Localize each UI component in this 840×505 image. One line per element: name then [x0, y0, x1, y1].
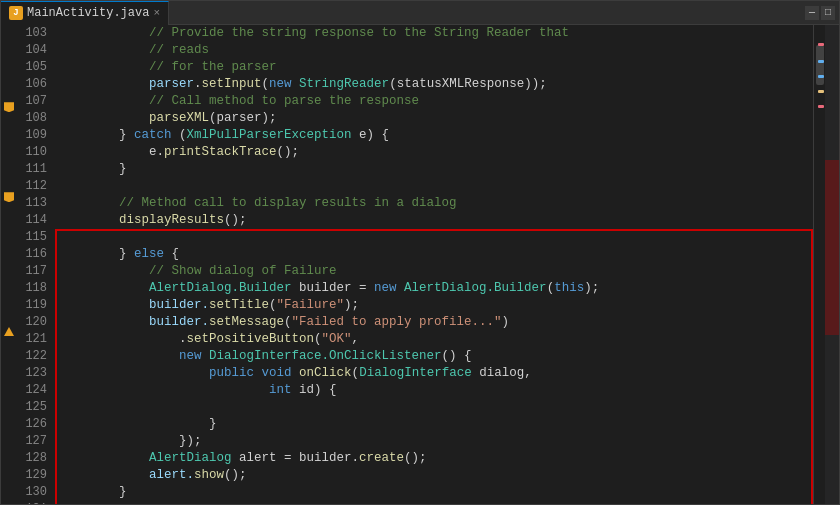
- scrollbar[interactable]: [813, 25, 825, 504]
- code-token: [59, 26, 149, 40]
- code-token: [59, 196, 119, 210]
- code-token: [59, 43, 149, 57]
- line-number: 111: [17, 161, 47, 178]
- line-number: 123: [17, 365, 47, 382]
- code-token: ();: [224, 468, 247, 482]
- window-controls: — □: [805, 6, 839, 20]
- line-number: 114: [17, 212, 47, 229]
- bookmark-icon: [4, 102, 14, 112]
- code-line: builder.setMessage("Failed to apply prof…: [55, 314, 813, 331]
- code-token: parser: [149, 77, 194, 91]
- line-number: 125: [17, 399, 47, 416]
- code-token: setMessage: [209, 315, 284, 329]
- code-token: [59, 247, 119, 261]
- maximize-button[interactable]: □: [821, 6, 835, 20]
- gutter-indicator: [1, 474, 17, 489]
- code-token: public: [209, 366, 254, 380]
- code-line: AlertDialog alert = builder.create();: [55, 450, 813, 467]
- code-line: alert.show();: [55, 467, 813, 484]
- line-number: 109: [17, 127, 47, 144]
- warning-icon: [4, 327, 14, 336]
- code-token: e.: [59, 145, 164, 159]
- code-token: (: [547, 281, 555, 295]
- code-token: [59, 298, 149, 312]
- line-number: 122: [17, 348, 47, 365]
- code-line: // reads: [55, 42, 813, 59]
- code-token: // reads: [149, 43, 209, 57]
- code-line: });: [55, 433, 813, 450]
- line-number: 106: [17, 76, 47, 93]
- scroll-dot-pink: [818, 43, 824, 46]
- gutter-indicator: [1, 145, 17, 160]
- gutter-indicator: [1, 489, 17, 504]
- code-token: alert.: [149, 468, 194, 482]
- gutter-indicator: [1, 265, 17, 280]
- code-token: setInput: [202, 77, 262, 91]
- code-token: DialogInterface.OnClickListener: [209, 349, 442, 363]
- line-number: 103: [17, 25, 47, 42]
- code-token: // Show dialog of Failure: [149, 264, 337, 278]
- line-number: 116: [17, 246, 47, 263]
- code-token: [292, 77, 300, 91]
- gutter-indicator: [1, 160, 17, 175]
- code-line: // for the parser: [55, 59, 813, 76]
- gutter-indicator: [1, 309, 17, 324]
- code-line: AlertDialog.Builder builder = new AlertD…: [55, 280, 813, 297]
- code-token: (: [269, 298, 277, 312]
- code-token: e) {: [352, 128, 390, 142]
- scroll-thumb[interactable]: [816, 45, 824, 85]
- line-number: 105: [17, 59, 47, 76]
- code-token: // Method call to display results in a d…: [119, 196, 457, 210]
- code-line: // Method call to display results in a d…: [55, 195, 813, 212]
- code-token: [59, 366, 209, 380]
- code-token: catch: [134, 128, 172, 142]
- code-token: id) {: [292, 383, 337, 397]
- gutter-left: [1, 25, 17, 504]
- code-token: [292, 366, 300, 380]
- code-line: }: [55, 484, 813, 501]
- gutter-indicator: [1, 250, 17, 265]
- code-token: }: [59, 485, 127, 499]
- code-token: (: [352, 366, 360, 380]
- gutter-indicator: [1, 279, 17, 294]
- code-token: builder =: [292, 281, 375, 295]
- code-token: create: [359, 451, 404, 465]
- scroll-dot-orange: [818, 90, 824, 93]
- code-token: [59, 383, 269, 397]
- code-token: [59, 281, 149, 295]
- code-token: new: [374, 281, 397, 295]
- code-token: [59, 128, 119, 142]
- code-token: int: [269, 383, 292, 397]
- gutter-indicator: [1, 40, 17, 55]
- line-number: 120: [17, 314, 47, 331]
- code-token: [397, 281, 405, 295]
- code-token: [254, 366, 262, 380]
- code-area[interactable]: // Provide the string response to the St…: [55, 25, 813, 504]
- code-line: parser.setInput(new StringReader(statusX…: [55, 76, 813, 93]
- code-token: displayResults: [119, 213, 224, 227]
- code-token: ,: [352, 332, 360, 346]
- code-token: builder.: [149, 298, 209, 312]
- code-token: {: [164, 247, 179, 261]
- code-token: // Call method to parse the response: [149, 94, 419, 108]
- tab-close-button[interactable]: ×: [153, 7, 160, 19]
- gutter-indicator: [1, 339, 17, 354]
- line-number: 126: [17, 416, 47, 433]
- gutter-indicator: [1, 414, 17, 429]
- code-token: [59, 77, 149, 91]
- minimize-button[interactable]: —: [805, 6, 819, 20]
- line-number: 110: [17, 144, 47, 161]
- code-token: (: [284, 315, 292, 329]
- file-tab[interactable]: J MainActivity.java ×: [1, 1, 169, 25]
- gutter-indicator: [1, 459, 17, 474]
- code-token: AlertDialog.Builder: [404, 281, 547, 295]
- code-line: // Provide the string response to the St…: [55, 25, 813, 42]
- tab-filename: MainActivity.java: [27, 6, 149, 20]
- code-token: // for the parser: [149, 60, 277, 74]
- editor-container: J MainActivity.java × — □ 10310410510610…: [0, 0, 840, 505]
- gutter-indicator: [1, 354, 17, 369]
- code-token: else: [134, 247, 164, 261]
- java-file-icon: J: [9, 6, 23, 20]
- gutter-indicator: [1, 205, 17, 220]
- gutter-indicator: [1, 235, 17, 250]
